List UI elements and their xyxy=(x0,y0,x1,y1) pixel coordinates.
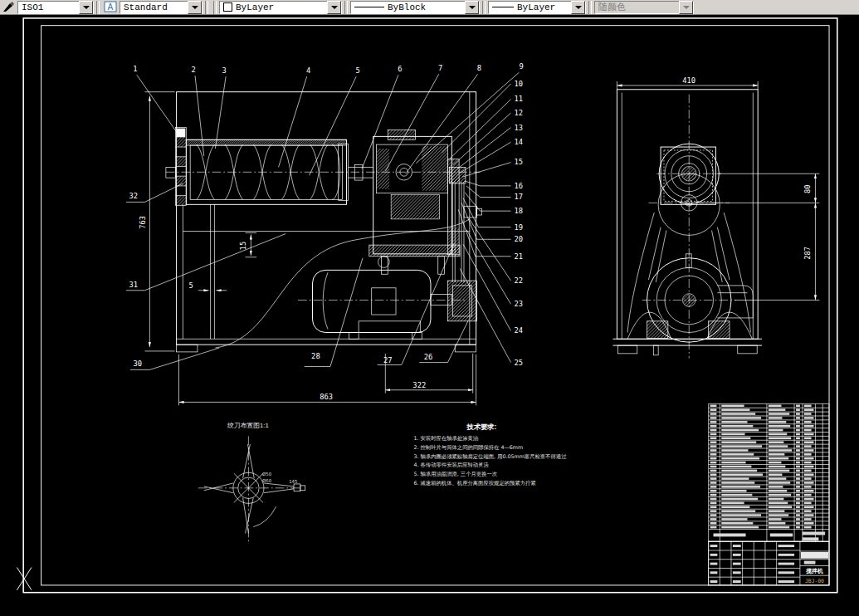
text-style-icon[interactable]: A xyxy=(104,1,118,13)
dim-15: 15 xyxy=(239,242,247,251)
leader-line xyxy=(453,113,510,164)
leader-line xyxy=(465,181,511,186)
part-callout-21: 21 xyxy=(514,252,523,261)
part-callout-16: 16 xyxy=(514,182,523,190)
part-callout-24: 24 xyxy=(514,326,523,335)
toolbar-separator xyxy=(482,1,486,14)
tech-req-item: 4. 各传动零件安装后应转动灵活 xyxy=(413,462,489,468)
leader-line xyxy=(215,76,226,149)
parts-list-table xyxy=(709,403,829,541)
color-swatch xyxy=(223,2,232,12)
toolbar-separator xyxy=(205,1,208,14)
cad-drawing: 763 15 5 863 322 410 80 287 绞刀布置图1:1 xyxy=(0,15,859,616)
dim-style-combo[interactable]: ISO1 xyxy=(17,1,94,14)
tech-req-title: 技术要求: xyxy=(466,423,496,431)
dim-style-value: ISO1 xyxy=(18,2,79,12)
plot-style-control-combo: 随颜色 xyxy=(594,1,694,14)
color-control-combo[interactable]: ByLayer xyxy=(219,1,342,14)
toolbar-separator xyxy=(588,1,592,14)
color-control-value: ByLayer xyxy=(236,2,274,12)
leader-line xyxy=(305,258,363,367)
dimensions: 763 15 5 863 322 410 80 287 xyxy=(139,76,820,405)
dim-410: 410 xyxy=(682,76,695,85)
ucs-x-icon xyxy=(17,567,32,589)
chevron-down-icon[interactable] xyxy=(571,1,585,14)
drawing-canvas[interactable]: 763 15 5 863 322 410 80 287 绞刀布置图1:1 xyxy=(0,15,859,616)
part-callout-17: 17 xyxy=(514,193,523,201)
leader-line xyxy=(279,76,307,167)
part-callout-22: 22 xyxy=(514,276,523,285)
part-callout-8: 8 xyxy=(477,64,481,72)
toolbar-separator xyxy=(344,1,348,14)
part-callout-9: 9 xyxy=(520,62,524,71)
chevron-down-icon[interactable] xyxy=(327,1,341,14)
text-style-combo[interactable]: Standard xyxy=(120,1,203,14)
leader-line xyxy=(460,142,510,173)
dim-763: 763 xyxy=(139,216,147,229)
leader-line xyxy=(466,186,511,198)
part-callout-2: 2 xyxy=(191,66,195,74)
part-callout-20: 20 xyxy=(514,235,523,243)
svg-text:A: A xyxy=(108,2,114,12)
highlighted-field xyxy=(801,552,828,559)
leader-line xyxy=(126,233,286,290)
chevron-down-icon[interactable] xyxy=(79,1,93,14)
leader-line xyxy=(378,243,455,364)
detail-dim-3: 145 xyxy=(289,479,297,484)
part-callout-32: 32 xyxy=(129,192,139,200)
leader-line xyxy=(310,76,357,175)
leader-line xyxy=(465,193,511,211)
title-block-drawing-no: JBJ-00 xyxy=(805,578,824,584)
title-block: 搅拌机JBJ-00 xyxy=(709,541,829,585)
properties-toolbar: ISO1 A Standard ByLayer ByBlock ByLayer … xyxy=(0,0,859,15)
lineweight-control-combo[interactable]: ByLayer xyxy=(488,1,586,14)
dim-style-icon[interactable] xyxy=(2,1,16,13)
part-callout-10: 10 xyxy=(514,80,523,88)
technical-requirements: 技术要求:1. 安装时应在轴承处涂黄油2. 控制叶片与筒体之间的间隙保持在 4—… xyxy=(413,423,566,486)
linetype-control-combo[interactable]: ByBlock xyxy=(350,1,480,14)
part-callout-26: 26 xyxy=(424,353,433,361)
toolbar-separator xyxy=(213,1,217,14)
belt-guard-curve xyxy=(215,219,469,348)
leader-line xyxy=(463,198,511,227)
part-callout-19: 19 xyxy=(514,223,523,232)
tech-req-item: 5. 轴承用油脂润滑, 三个月更换一次 xyxy=(413,471,497,477)
part-callout-5: 5 xyxy=(356,66,360,75)
part-callout-13: 13 xyxy=(514,124,523,132)
title-block-part-name: 搅拌机 xyxy=(805,568,823,574)
chevron-down-icon[interactable] xyxy=(465,1,479,14)
tech-req-item: 3. 轴承内圈必须紧贴轴肩定位端面, 用0.05mm塞尺检查不得通过 xyxy=(413,453,566,460)
lineweight-sample xyxy=(492,7,514,7)
linetype-sample xyxy=(354,7,384,7)
lineweight-control-value: ByLayer xyxy=(517,2,555,12)
leader-line xyxy=(416,72,519,163)
part-callout-27: 27 xyxy=(383,356,393,364)
dim-5: 5 xyxy=(189,281,193,290)
part-callout-30: 30 xyxy=(133,359,142,368)
part-callout-3: 3 xyxy=(222,66,227,75)
part-callout-1: 1 xyxy=(133,65,137,73)
chevron-down-icon[interactable] xyxy=(188,1,202,14)
plot-style-value: 随颜色 xyxy=(595,1,679,13)
leader-line xyxy=(448,99,510,159)
tech-req-item: 1. 安装时应在轴承处涂黄油 xyxy=(413,435,478,442)
part-callout-14: 14 xyxy=(514,138,523,146)
toolbar-separator xyxy=(96,1,100,14)
part-callout-23: 23 xyxy=(514,300,523,308)
part-callout-31: 31 xyxy=(129,281,139,289)
gear-reducer xyxy=(369,130,482,275)
dim-322: 322 xyxy=(412,381,426,389)
part-callout-15: 15 xyxy=(514,159,523,167)
tech-req-item: 2. 控制叶片与筒体之间的间隙保持在 4—6mm xyxy=(413,444,523,451)
detail-label: 绞刀布置图1:1 xyxy=(227,422,269,429)
main-assembly-view xyxy=(166,92,482,352)
leader-line xyxy=(457,128,510,169)
part-callout-7: 7 xyxy=(438,64,442,72)
part-callout-4: 4 xyxy=(306,66,310,75)
part-callout-11: 11 xyxy=(514,95,523,103)
leader-line xyxy=(469,218,511,281)
chevron-down-icon xyxy=(679,1,693,14)
part-callout-18: 18 xyxy=(514,207,523,215)
part-callout-12: 12 xyxy=(514,109,523,117)
linetype-control-value: ByBlock xyxy=(388,2,426,12)
